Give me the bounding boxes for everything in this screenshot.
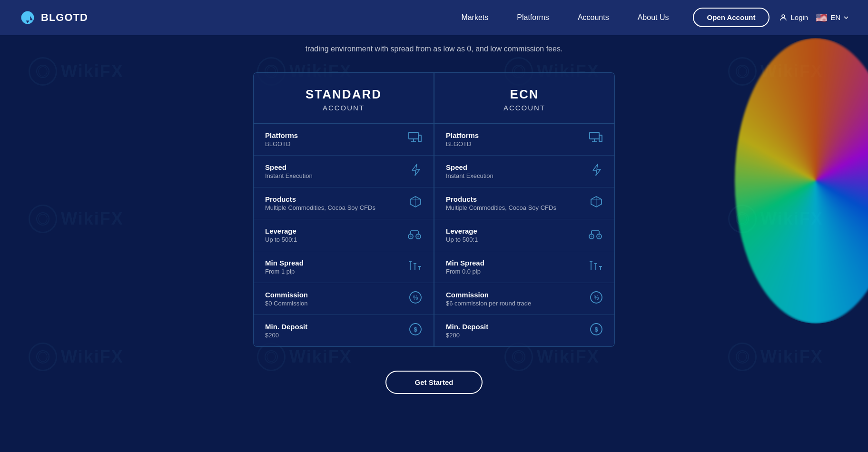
- ecn-spread-text: Min Spread From 0.0 pip: [446, 259, 484, 275]
- ecn-commission-value: $6 commission per round trade: [446, 300, 531, 307]
- ecn-row-commission: Commission $6 commission per round trade…: [434, 283, 614, 315]
- nav-links: Markets Platforms Accounts About Us: [447, 0, 683, 35]
- ecn-row-products: Products Multiple Commodities, Cocoa Soy…: [434, 187, 614, 219]
- ecn-speed-text: Speed Instant Execution: [446, 163, 493, 179]
- standard-spread-label: Min Spread: [265, 259, 304, 267]
- nav-link-markets[interactable]: Markets: [447, 0, 503, 35]
- standard-products-label: Products: [265, 195, 375, 203]
- ecn-spread-label: Min Spread: [446, 259, 484, 267]
- ecn-platforms-icon: [589, 131, 603, 147]
- standard-speed-label: Speed: [265, 163, 313, 171]
- standard-leverage-label: Leverage: [265, 227, 297, 235]
- standard-speed-text: Speed Instant Execution: [265, 163, 313, 179]
- logo-text: BLGOTD: [41, 11, 88, 24]
- ecn-speed-icon: [591, 163, 603, 179]
- standard-products-value: Multiple Commodities, Cocoa Soy CFDs: [265, 204, 375, 211]
- standard-deposit-value: $200: [265, 332, 307, 339]
- get-started-button[interactable]: Get Started: [385, 371, 483, 394]
- svg-point-18: [410, 236, 412, 237]
- nav-link-platforms[interactable]: Platforms: [503, 0, 563, 35]
- standard-row-platforms: Platforms BLGOTD: [254, 124, 434, 156]
- svg-point-10: [782, 15, 785, 18]
- standard-row-products: Products Multiple Commodities, Cocoa Soy…: [254, 187, 434, 219]
- lang-label: EN: [830, 13, 840, 21]
- ecn-platforms-label: Platforms: [446, 131, 479, 139]
- ecn-spread-icon: [589, 259, 603, 275]
- standard-speed-value: Instant Execution: [265, 172, 313, 179]
- products-icon: [409, 195, 422, 211]
- standard-leverage-text: Leverage Up to 500:1: [265, 227, 297, 243]
- standard-platforms-label: Platforms: [265, 131, 298, 139]
- svg-text:$: $: [594, 326, 598, 333]
- nav-item-accounts[interactable]: Accounts: [563, 0, 623, 35]
- speed-icon: [410, 163, 422, 179]
- svg-marker-15: [412, 164, 420, 176]
- standard-commission-label: Commission: [265, 291, 308, 299]
- standard-row-commission: Commission $0 Commission %: [254, 283, 434, 315]
- nav-right: Login 🇺🇸 EN: [779, 12, 849, 23]
- standard-row-spread: Min Spread From 1 pip: [254, 251, 434, 283]
- standard-card-header: STANDARD ACCOUNT: [254, 73, 434, 124]
- svg-marker-37: [593, 164, 601, 176]
- ecn-row-spread: Min Spread From 0.0 pip: [434, 251, 614, 283]
- logo[interactable]: BLGOTD: [19, 9, 88, 26]
- subtitle-text: trading environment with spread from as …: [196, 35, 672, 58]
- ecn-row-deposit: Min. Deposit $200 $: [434, 315, 614, 346]
- ecn-speed-value: Instant Execution: [446, 172, 493, 179]
- standard-row-speed: Speed Instant Execution: [254, 156, 434, 187]
- ecn-subtitle: ACCOUNT: [444, 104, 605, 112]
- main-content: trading environment with spread from as …: [0, 35, 868, 427]
- standard-rows: Platforms BLGOTD Speed: [254, 124, 434, 346]
- ecn-platforms-text: Platforms BLGOTD: [446, 131, 479, 147]
- standard-deposit-text: Min. Deposit $200: [265, 323, 307, 339]
- svg-rect-33: [590, 132, 599, 139]
- login-button[interactable]: Login: [779, 13, 808, 22]
- nav-link-about[interactable]: About Us: [623, 0, 683, 35]
- standard-platforms-text: Platforms BLGOTD: [265, 131, 298, 147]
- standard-subtitle: ACCOUNT: [263, 104, 424, 112]
- ecn-title: ECN: [444, 87, 605, 102]
- ecn-deposit-icon: $: [590, 323, 603, 339]
- ecn-leverage-icon: [588, 227, 603, 243]
- svg-point-19: [417, 236, 419, 237]
- logo-icon: [19, 9, 36, 26]
- standard-title: STANDARD: [263, 87, 424, 102]
- standard-spread-value: From 1 pip: [265, 268, 304, 275]
- standard-deposit-label: Min. Deposit: [265, 323, 307, 331]
- language-selector[interactable]: 🇺🇸 EN: [816, 12, 849, 23]
- ecn-speed-label: Speed: [446, 163, 493, 171]
- nav-item-platforms[interactable]: Platforms: [503, 0, 563, 35]
- bottom-area: Get Started: [0, 361, 868, 408]
- svg-rect-11: [409, 132, 418, 139]
- open-account-button[interactable]: Open Account: [693, 8, 770, 27]
- ecn-commission-label: Commission: [446, 291, 531, 299]
- flag-icon: 🇺🇸: [816, 12, 828, 23]
- standard-platforms-value: BLGOTD: [265, 140, 298, 147]
- ecn-row-platforms: Platforms BLGOTD: [434, 124, 614, 156]
- ecn-products-icon: [590, 195, 603, 211]
- chevron-down-icon: [843, 15, 849, 20]
- ecn-leverage-value: Up to 500:1: [446, 236, 478, 243]
- nav-link-accounts[interactable]: Accounts: [563, 0, 623, 35]
- standard-products-text: Products Multiple Commodities, Cocoa Soy…: [265, 195, 375, 211]
- svg-rect-35: [599, 135, 602, 142]
- ecn-account-card: ECN ACCOUNT Platforms BLGOTD: [434, 72, 615, 347]
- svg-text:$: $: [414, 326, 417, 333]
- ecn-deposit-label: Min. Deposit: [446, 323, 488, 331]
- ecn-products-text: Products Multiple Commodities, Cocoa Soy…: [446, 195, 556, 211]
- login-label: Login: [790, 13, 808, 21]
- nav-item-markets[interactable]: Markets: [447, 0, 503, 35]
- standard-spread-text: Min Spread From 1 pip: [265, 259, 304, 275]
- deposit-icon: $: [409, 323, 422, 339]
- svg-point-40: [591, 236, 592, 237]
- ecn-commission-icon: %: [590, 291, 603, 307]
- ecn-platforms-value: BLGOTD: [446, 140, 479, 147]
- user-icon: [779, 13, 788, 22]
- navbar: BLGOTD Markets Platforms Accounts About …: [0, 0, 868, 35]
- standard-account-card: STANDARD ACCOUNT Platforms BLGOTD: [253, 72, 434, 347]
- ecn-products-label: Products: [446, 195, 556, 203]
- commission-icon: %: [409, 291, 422, 307]
- standard-leverage-value: Up to 500:1: [265, 236, 297, 243]
- nav-item-about[interactable]: About Us: [623, 0, 683, 35]
- ecn-deposit-text: Min. Deposit $200: [446, 323, 488, 339]
